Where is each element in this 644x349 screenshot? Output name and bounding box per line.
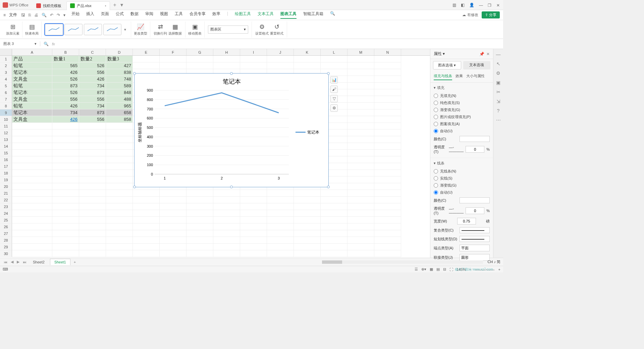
page-view-icon[interactable]: ▤	[436, 267, 440, 271]
export-icon[interactable]: ⎘	[29, 13, 31, 17]
resize-handle[interactable]	[327, 186, 330, 188]
sheet-nav-first[interactable]: ⏮	[3, 260, 8, 264]
chart-settings-button[interactable]: ⚙	[330, 104, 338, 112]
add-tab-button[interactable]: +	[111, 2, 118, 8]
col-L[interactable]: L	[321, 49, 347, 55]
col-B[interactable]: B	[52, 49, 79, 55]
quick-layout-button[interactable]: ▤快速布局	[22, 21, 42, 38]
fill-section-header[interactable]: ▾ 填充	[434, 85, 490, 90]
resize-handle[interactable]	[230, 186, 233, 188]
compound-type-picker[interactable]	[460, 227, 490, 233]
menu-member[interactable]: 会员专享	[190, 11, 206, 19]
fill-pattern-radio[interactable]: 图案填充(A)	[434, 120, 490, 128]
select-all-corner[interactable]	[0, 49, 12, 55]
pin-icon[interactable]: 📌	[479, 52, 484, 56]
menu-text-tools[interactable]: 文本工具	[258, 11, 274, 19]
chart-filter-button[interactable]: ▽	[330, 95, 338, 102]
sheet-nav-next[interactable]: ▶	[16, 260, 20, 264]
fill-color-picker[interactable]	[460, 136, 490, 142]
select-data-button[interactable]: ▦选择数据	[168, 23, 182, 36]
hamburger-icon[interactable]: ≡	[3, 13, 6, 17]
menu-review[interactable]: 审阅	[145, 11, 153, 19]
focus-view-icon[interactable]: ⊕▾	[421, 267, 426, 271]
col-H[interactable]: H	[213, 49, 240, 55]
sidetool-help-icon[interactable]: ?	[497, 108, 500, 113]
sheet-nav-last[interactable]: ⏭	[22, 260, 28, 264]
chart-style-3[interactable]	[84, 24, 102, 35]
col-N[interactable]: N	[374, 49, 401, 55]
maximize-button[interactable]: ❐	[488, 3, 492, 7]
col-C[interactable]: C	[79, 49, 106, 55]
dash-type-picker[interactable]	[460, 236, 490, 242]
subtab-size[interactable]: 大小与属性	[466, 73, 485, 80]
split-view-icon[interactable]: ⊟	[443, 267, 446, 271]
sidetool-layers-icon[interactable]: ▣	[496, 80, 500, 85]
fullscreen-icon[interactable]: ⛶	[449, 267, 453, 271]
col-A[interactable]: A	[12, 49, 52, 55]
col-K[interactable]: K	[294, 49, 321, 55]
undo-icon[interactable]: ↶	[50, 13, 53, 17]
line-none-radio[interactable]: 无线条(N)	[434, 168, 490, 175]
switch-rowcol-button[interactable]: ⇄切换行列	[154, 23, 167, 36]
preview-icon[interactable]: 🔍	[42, 13, 47, 17]
line-auto-radio[interactable]: 自动(U)	[434, 189, 490, 196]
search-icon[interactable]: 🔍	[330, 11, 335, 19]
join-type-picker[interactable]	[460, 254, 490, 261]
redo-icon[interactable]: ↷	[57, 13, 60, 17]
save-icon[interactable]: 🖫	[21, 13, 25, 17]
reset-style-button[interactable]: ↺重置样式	[270, 23, 283, 36]
changes-indicator[interactable]: ☁ 有修改	[462, 12, 478, 17]
menu-smart-tools[interactable]: 智能工具箱	[303, 11, 323, 19]
line-color-picker[interactable]	[460, 197, 490, 203]
menu-data[interactable]: 数据	[130, 11, 139, 19]
style-more-icon[interactable]: ▾	[123, 27, 127, 32]
print-icon[interactable]: 🖨	[34, 13, 38, 17]
chart-element-selector[interactable]: 图表区▾	[208, 26, 248, 34]
menu-tools[interactable]: 工具	[175, 11, 183, 19]
menu-chart-tools[interactable]: 图表工具	[280, 11, 297, 19]
user-icon[interactable]: 👤	[469, 3, 474, 7]
chart-style-4[interactable]	[103, 24, 121, 35]
chart-styles-button[interactable]: 🖌	[330, 86, 338, 93]
zoom-fx-icon[interactable]: 🔍	[44, 42, 49, 46]
resize-handle[interactable]	[133, 72, 136, 75]
fill-picture-radio[interactable]: 图片或纹理填充(P)	[434, 113, 490, 120]
reading-view-icon[interactable]: ☰	[415, 267, 418, 271]
fill-transparency-input[interactable]	[466, 146, 484, 153]
sidetool-more-icon[interactable]: ⋯	[496, 117, 501, 123]
move-chart-button[interactable]: ▣移动图表	[185, 21, 205, 38]
line-transparency-input[interactable]	[466, 207, 484, 214]
col-G[interactable]: G	[186, 49, 213, 55]
tab-template[interactable]: 找稻壳模板	[33, 1, 65, 10]
fill-auto-radio[interactable]: 自动(U)	[434, 128, 490, 135]
sidetool-settings-icon[interactable]: ⚙	[496, 70, 500, 76]
tab-document[interactable]: 产品.xlsx •	[66, 1, 110, 10]
add-sheet-button[interactable]: +	[72, 260, 78, 264]
horizontal-scrollbar[interactable]	[322, 260, 483, 264]
sheet-tab-sheet1[interactable]: Sheet1	[50, 259, 70, 265]
col-E[interactable]: E	[133, 49, 160, 55]
chart-style-2[interactable]	[64, 24, 83, 35]
chart-object[interactable]: 笔记本 0100200300400500600700800900 坐标轴标题 1…	[134, 73, 329, 187]
cap-type-picker[interactable]	[460, 245, 490, 251]
line-solid-radio[interactable]: 实线(S)	[434, 175, 490, 182]
close-panel-icon[interactable]: ✕	[486, 52, 490, 56]
file-menu[interactable]: 文件	[9, 12, 17, 18]
resize-handle[interactable]	[327, 72, 330, 75]
menu-start[interactable]: 开始	[71, 11, 79, 19]
chart-style-1[interactable]	[45, 24, 63, 35]
share-button[interactable]: ⇪ 分享	[482, 11, 500, 18]
status-mode-icon[interactable]: ⌨	[3, 267, 8, 271]
menu-insert[interactable]: 插入	[86, 11, 94, 19]
col-M[interactable]: M	[347, 49, 374, 55]
add-element-button[interactable]: ⊞添加元素	[3, 21, 22, 38]
chart-elements-button[interactable]: 📊	[330, 76, 338, 84]
line-width-input[interactable]	[457, 218, 476, 225]
menu-drawing-tools[interactable]: 绘图工具	[235, 11, 251, 19]
col-F[interactable]: F	[160, 49, 186, 55]
menu-efficiency[interactable]: 效率	[212, 11, 220, 19]
sheet-tab-sheet2[interactable]: Sheet2	[29, 259, 49, 265]
line-section-header[interactable]: ▾ 线条	[434, 161, 490, 166]
fill-gradient-radio[interactable]: 渐变填充(G)	[434, 106, 490, 113]
line-gradient-radio[interactable]: 渐变线(G)	[434, 182, 490, 189]
